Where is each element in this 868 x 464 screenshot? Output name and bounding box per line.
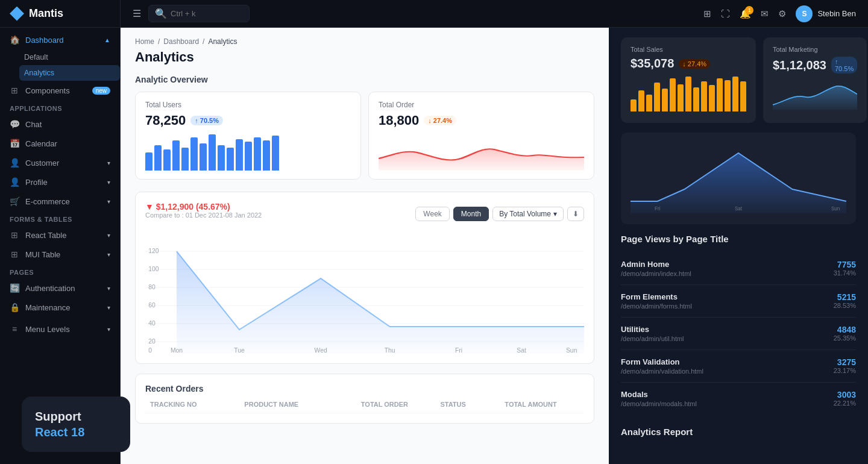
page-title: Analytics bbox=[135, 49, 594, 65]
sidebar-item-default[interactable]: Default bbox=[19, 49, 120, 65]
bar bbox=[245, 142, 252, 171]
sidebar-item-chat[interactable]: 💬 Chat bbox=[0, 114, 120, 134]
stat-card-users: Total Users 78,250 ↑ 70.5% bbox=[135, 92, 361, 180]
bar bbox=[638, 90, 644, 111]
bar bbox=[254, 137, 261, 171]
menu-icon: ≡ bbox=[10, 324, 19, 334]
volume-select[interactable]: By Total Volume ▾ bbox=[492, 207, 564, 221]
pv-title: Modals bbox=[621, 390, 697, 399]
sidebar-item-authentication[interactable]: 🔄 Authentication ▾ bbox=[0, 278, 120, 298]
avatar: S bbox=[796, 5, 813, 22]
svg-text:Sat: Sat bbox=[517, 347, 526, 354]
search-input[interactable] bbox=[171, 9, 243, 18]
users-bar-chart bbox=[145, 134, 351, 171]
bar bbox=[725, 80, 731, 111]
notification-icon[interactable]: 🔔 1 bbox=[740, 8, 751, 19]
th-total-order: TOTAL ORDER bbox=[361, 401, 436, 408]
sidebar-item-react-table[interactable]: ⊞ React Table ▾ bbox=[0, 225, 120, 245]
breadcrumb-dashboard[interactable]: Dashboard bbox=[163, 37, 199, 46]
bar bbox=[654, 83, 660, 111]
bar bbox=[701, 81, 707, 111]
sales-bar-chart bbox=[631, 75, 746, 111]
svg-text:80: 80 bbox=[148, 284, 156, 290]
stat-value-users: 78,250 bbox=[145, 113, 186, 128]
topbar: ☰ 🔍 ⊞ ⛶ 🔔 1 ✉ ⚙ S Stebin Ben bbox=[121, 0, 868, 28]
dark-stats-grid: Total Sales $35,078 ↓ 27.4% bbox=[621, 37, 856, 123]
fullscreen-icon[interactable]: ⛶ bbox=[721, 8, 730, 19]
main-content: ☰ 🔍 ⊞ ⛶ 🔔 1 ✉ ⚙ S Stebin Ben Home bbox=[121, 0, 868, 464]
breadcrumb-home[interactable]: Home bbox=[135, 37, 154, 46]
bar bbox=[145, 152, 153, 171]
svg-text:20: 20 bbox=[148, 338, 156, 345]
arrow-down-icon: ↓ bbox=[428, 117, 432, 124]
income-value: ▼ $1,12,900 (45.67%) bbox=[145, 202, 262, 212]
pv-count: 3003 bbox=[834, 390, 856, 400]
mui-table-icon: ⊞ bbox=[10, 249, 19, 259]
pages-label: Pages bbox=[0, 264, 120, 278]
user-name: Stebin Ben bbox=[817, 9, 856, 18]
dark-stat-card-marketing: Total Marketing $1,12,083 ↑ 70.5% bbox=[763, 37, 867, 123]
apps-icon[interactable]: ⊞ bbox=[703, 8, 711, 19]
bar bbox=[209, 134, 216, 171]
support-popup[interactable]: Support React 18 bbox=[22, 397, 121, 452]
sidebar-item-menu-levels[interactable]: ≡ Menu Levels ▾ bbox=[0, 319, 120, 339]
stat-label-users: Total Users bbox=[145, 101, 351, 109]
pv-url: /demo/admin/index.html bbox=[621, 270, 691, 277]
chevron-down-icon: ▾ bbox=[107, 232, 110, 239]
svg-text:Tue: Tue bbox=[234, 347, 245, 354]
right-panel: Total Sales $35,078 ↓ 27.4% bbox=[609, 28, 868, 464]
logo[interactable]: Mantis bbox=[0, 0, 120, 28]
month-button[interactable]: Month bbox=[453, 207, 489, 221]
bar bbox=[693, 87, 699, 111]
bar bbox=[172, 140, 180, 171]
pv-title: Admin Home bbox=[621, 260, 691, 269]
sidebar-item-analytics[interactable]: Analytics bbox=[19, 65, 120, 81]
breadcrumb: Home / Dashboard / Analytics bbox=[135, 37, 594, 46]
ecommerce-icon: 🛒 bbox=[10, 196, 19, 206]
svg-text:0: 0 bbox=[148, 347, 152, 354]
left-panel: Home / Dashboard / Analytics Analytics A… bbox=[121, 28, 609, 464]
week-button[interactable]: Week bbox=[415, 207, 449, 221]
sidebar-item-dashboard[interactable]: 🏠 Dashboard ▲ bbox=[0, 30, 120, 49]
income-compare: Compare to : 01 Dec 2021-08 Jan 2022 bbox=[145, 212, 262, 219]
income-line-chart: 120 100 80 60 40 20 0 Mon Tue Wed bbox=[145, 233, 584, 354]
pv-pct: 25.35% bbox=[834, 334, 856, 342]
search-box[interactable]: 🔍 bbox=[148, 5, 250, 22]
bar bbox=[740, 81, 746, 111]
pv-pct: 31.74% bbox=[834, 269, 856, 277]
dark-stat-label-sales: Total Sales bbox=[631, 46, 746, 53]
page-view-item: Form Elements /demo/admin/forms.html 521… bbox=[621, 285, 856, 318]
bar bbox=[678, 84, 684, 111]
sidebar-item-ecommerce[interactable]: 🛒 E-commerce ▾ bbox=[0, 192, 120, 211]
pv-title: Utilities bbox=[621, 325, 684, 334]
sidebar-item-components[interactable]: ⊞ Components new bbox=[0, 81, 120, 100]
svg-text:Fri: Fri bbox=[455, 347, 462, 354]
sidebar-item-mui-table[interactable]: ⊞ MUI Table ▾ bbox=[0, 245, 120, 264]
download-button[interactable]: ⬇ bbox=[567, 207, 584, 221]
page-view-item: Form Validation /demo/admin/validation.h… bbox=[621, 350, 856, 383]
user-menu[interactable]: S Stebin Ben bbox=[796, 5, 856, 22]
maintenance-icon: 🔒 bbox=[10, 303, 19, 312]
chevron-down-icon: ▾ bbox=[107, 179, 110, 186]
sidebar-item-customer[interactable]: 👤 Customer ▾ bbox=[0, 153, 120, 172]
new-badge: new bbox=[92, 87, 110, 95]
sidebar-item-profile[interactable]: 👤 Profile ▾ bbox=[0, 172, 120, 192]
dark-stat-card-sales: Total Sales $35,078 ↓ 27.4% bbox=[621, 37, 756, 123]
bar bbox=[631, 99, 637, 111]
chevron-down-icon: ▾ bbox=[107, 285, 110, 292]
pv-pct: 23.17% bbox=[834, 367, 856, 374]
chevron-down-icon: ▾ bbox=[553, 210, 557, 218]
pv-url: /demo/admin/validation.html bbox=[621, 368, 703, 375]
sidebar-item-maintenance[interactable]: 🔒 Maintenance ▾ bbox=[0, 298, 120, 317]
menu-toggle-button[interactable]: ☰ bbox=[133, 8, 141, 19]
chevron-down-icon: ▾ bbox=[107, 304, 110, 311]
svg-text:40: 40 bbox=[148, 320, 156, 327]
mail-icon[interactable]: ✉ bbox=[761, 8, 769, 19]
chevron-down-icon: ▾ bbox=[107, 198, 110, 205]
analytic-overview-title: Analytic Overview bbox=[135, 75, 594, 84]
dark-stat-badge-marketing: ↑ 70.5% bbox=[831, 57, 857, 74]
sidebar-item-calendar[interactable]: 📅 Calendar bbox=[0, 134, 120, 153]
settings-icon[interactable]: ⚙ bbox=[778, 8, 786, 19]
chevron-down-icon: ▾ bbox=[107, 251, 110, 258]
chevron-up-icon: ▲ bbox=[104, 37, 110, 43]
